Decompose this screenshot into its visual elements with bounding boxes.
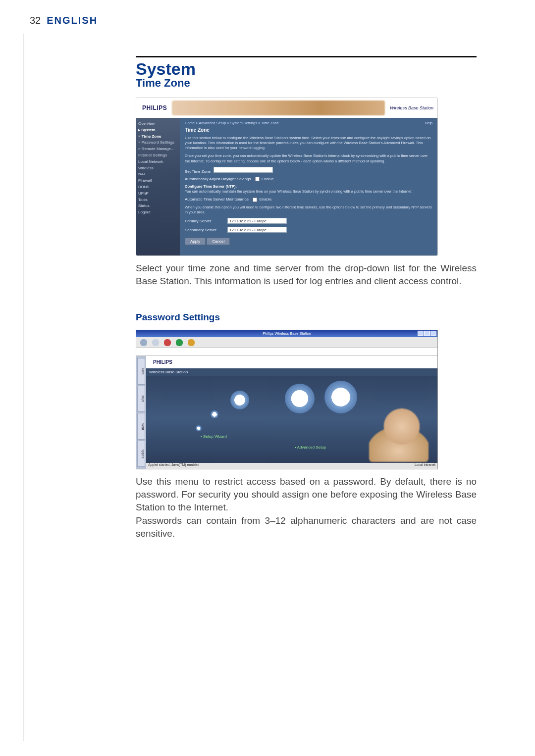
window-title: Philips Wireless Base Station [263,331,311,336]
left-margin-rule [23,34,24,741]
shot-header: PHILIPS Wireless Base Station [136,98,437,118]
side-tools[interactable]: Tools [138,197,178,203]
stage: PHILIPS Wireless Base Station • Setup Wi… [146,356,437,469]
section-title: System [136,59,477,79]
dst-checkbox[interactable] [255,177,260,181]
side-wireless[interactable]: Wireless [138,165,178,172]
window-buttons[interactable] [418,331,436,336]
ntp-title: Configure Time Server (NTP): [185,184,237,189]
side-ddns[interactable]: DDNS [138,184,178,191]
page-number: 32 [30,15,41,26]
section-rule [136,56,477,57]
password-title: Password Settings [136,312,477,323]
side-remote[interactable]: » Remote Management [138,146,178,152]
ntp-note: When you enable this option you will nee… [185,205,432,215]
side-password[interactable]: » Password Settings [138,140,178,146]
browser-toolbar [136,337,437,348]
side-status[interactable]: Status [138,203,178,209]
vtab-1[interactable]: Kies [137,358,145,385]
dst-label: Automatically Adjust Daylight Savings [185,177,251,181]
minimize-icon[interactable] [418,331,424,336]
side-system[interactable]: ▸ System [138,127,178,134]
side-internet[interactable]: Internet Settings [138,152,178,159]
side-logout[interactable]: Logout [138,209,178,216]
ring-icon [324,381,357,413]
page-header: 32 ENGLISH [30,15,506,26]
close-icon[interactable] [430,331,436,336]
timezone-paragraph: Select your time zone and time server fr… [136,262,477,287]
side-nat[interactable]: NAT [138,171,178,178]
auto-maint-checkbox[interactable] [253,198,257,202]
password-paragraph-1: Use this menu to restrict access based o… [136,475,477,513]
status-left: Applet started, Java(TM) enabled [148,463,200,469]
vtab-3[interactable]: Sent [137,413,145,440]
maximize-icon[interactable] [424,331,430,336]
stage-bar: Wireless Base Station [146,368,437,376]
shot-header-right: Wireless Base Station [390,105,433,110]
password-screenshot: Philips Wireless Base Station Kies Mijn [136,330,438,469]
auto-maint-label: Automatic Time Server Maintenance [185,197,249,202]
shot-main: Home > Advanced Setup > System Settings … [180,118,437,255]
stage-brand: PHILIPS [149,358,176,366]
shot-brand: PHILIPS [142,104,167,111]
side-local[interactable]: Local Network [138,159,178,165]
timezone-screenshot: PHILIPS Wireless Base Station Overview ▸… [136,98,438,256]
address-bar[interactable] [136,348,437,356]
forward-icon[interactable] [152,339,159,346]
vtab-4[interactable]: Types [137,441,145,467]
primary-label: Primary Server [185,219,224,223]
ring-icon [285,384,315,413]
subsection-title: Time Zone [136,77,477,90]
home-icon[interactable] [188,339,195,346]
vtab-2[interactable]: Mijn [137,386,145,412]
back-icon[interactable] [140,339,147,346]
cancel-button[interactable]: Cancel [207,238,230,245]
window-titlebar: Philips Wireless Base Station [136,330,437,337]
apply-button[interactable]: Apply [185,238,206,245]
side-overview[interactable]: Overview [138,121,178,127]
person-image [369,407,428,462]
reload-icon[interactable] [176,339,183,346]
ntp-desc: You can automatically maintain the syste… [185,189,413,194]
ring-icon [230,391,249,409]
breadcrumb: Home > Advanced Setup > System Settings … [185,121,432,125]
auto-maint-enable: Enable [259,197,271,202]
set-tz-label: Set Time Zone [185,169,211,174]
page-language: ENGLISH [47,15,98,26]
help-link[interactable]: Help [425,121,432,125]
breadcrumb-text[interactable]: Home > Advanced Setup > System Settings … [185,121,279,125]
setup-wizard-link[interactable]: • Setup Wizard [201,434,227,439]
password-paragraph-2: Passwords can contain from 3–12 alphanum… [136,514,477,540]
side-timezone[interactable]: » Time Zone [138,134,178,140]
vertical-tabs[interactable]: Kies Mijn Sent Types [136,356,146,469]
secondary-label: Secondary Server [185,228,224,232]
advanced-setup-link[interactable]: • Advanced Setup [295,445,326,450]
secondary-server-select[interactable]: 129.132.2.21 - Europe [227,227,287,233]
panel-title: Time Zone [185,127,432,133]
ring-icon [211,410,218,418]
stop-icon[interactable] [164,339,171,346]
shot-sidebar[interactable]: Overview ▸ System » Time Zone » Password… [136,118,180,255]
dst-enable: Enable [262,177,274,181]
ring-icon [196,425,202,431]
status-bar: Applet started, Java(TM) enabled Local i… [146,463,437,469]
status-right: Local intranet [415,463,435,469]
side-upnp[interactable]: UPnP [138,191,178,197]
shot-banner-image [172,101,385,115]
tz-desc-2: Once you set you time zone, you can auto… [185,153,432,163]
tz-desc-1: Use this section below to configure the … [185,136,432,151]
set-tz-select[interactable] [214,167,273,173]
side-firewall[interactable]: Firewall [138,178,178,184]
primary-server-select[interactable]: 129.132.2.21 - Europe [227,218,287,224]
